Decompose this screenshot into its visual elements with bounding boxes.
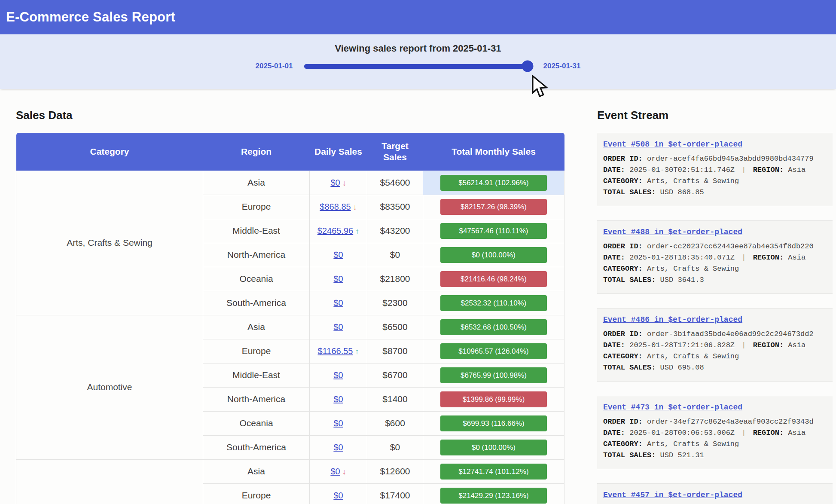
total-monthly-sales-cell: $12741.74 (101.12%) (423, 459, 564, 483)
region-cell: Europe (203, 195, 310, 219)
daily-sales-cell: $0↓ (310, 171, 367, 195)
event-order-id: ORDER ID: order-3b1faad35bde4e06ad99c2c2… (603, 329, 827, 340)
event-stream-section: Event Stream Event #508 in $et-order-pla… (597, 109, 833, 504)
trend-up-icon: ↑ (355, 227, 359, 236)
region-cell: Middle-East (203, 219, 310, 243)
total-monthly-sales-cell: $0 (100.00%) (423, 435, 564, 459)
total-monthly-sales-cell: $82157.26 (98.39%) (423, 195, 564, 219)
target-sales-cell: $6700 (367, 363, 423, 387)
slider-row: 2025-01-01 2025-01-31 (0, 62, 836, 70)
event-title-link[interactable]: Event #486 in $et-order-placed (603, 315, 742, 324)
total-monthly-sales-cell: $21416.46 (98.24%) (423, 267, 564, 291)
total-monthly-sales-cell: $21429.29 (123.16%) (423, 483, 564, 504)
target-sales-cell: $0 (367, 435, 423, 459)
event-title-link[interactable]: Event #508 in $et-order-placed (603, 140, 742, 149)
event-title-link[interactable]: Event #473 in $et-order-placed (603, 403, 742, 412)
target-sales-cell: $0 (367, 243, 423, 267)
daily-sales-link[interactable]: $0 (333, 418, 343, 428)
trend-down-icon: ↓ (342, 179, 346, 188)
slider-handle[interactable] (522, 61, 533, 72)
event-total-sales: TOTAL SALES: USD 868.85 (603, 187, 827, 198)
trend-up-icon: ↑ (355, 347, 359, 356)
region-cell: South-America (203, 435, 310, 459)
region-cell: Oceania (203, 267, 310, 291)
event-order-id: ORDER ID: order-cc20237cc62443ee87ab4e35… (603, 241, 827, 252)
target-sales-cell: $8700 (367, 339, 423, 363)
event-category: CATEGORY: Arts, Crafts & Sewing (603, 351, 827, 362)
sales-data-heading: Sales Data (16, 109, 564, 122)
daily-sales-link[interactable]: $1166.55 (318, 346, 353, 356)
daily-sales-cell: $0 (310, 435, 367, 459)
total-monthly-sales-cell: $2532.32 (110.10%) (423, 291, 564, 315)
main-content: Sales Data CategoryRegionDaily SalesTarg… (0, 89, 836, 504)
total-sales-badge: $699.93 (116.66%) (440, 415, 547, 431)
slider-max-label: 2025-01-31 (543, 62, 581, 70)
sales-data-section: Sales Data CategoryRegionDaily SalesTarg… (16, 109, 564, 504)
total-monthly-sales-cell: $6532.68 (100.50%) (423, 315, 564, 339)
daily-sales-link[interactable]: $0 (333, 370, 343, 380)
total-monthly-sales-cell: $56214.91 (102.96%) (423, 171, 564, 195)
daily-sales-cell: $0 (310, 243, 367, 267)
event-title-link[interactable]: Event #457 in $et-order-placed (603, 491, 742, 499)
total-sales-badge: $47567.46 (110.11%) (440, 223, 547, 239)
event-card: Event #457 in $et-order-placedORDER ID: … (597, 483, 833, 504)
target-sales-cell: $2300 (367, 291, 423, 315)
total-sales-badge: $82157.26 (98.39%) (440, 199, 547, 215)
event-title-link[interactable]: Event #488 in $et-order-placed (603, 228, 742, 236)
category-cell: Arts, Crafts & Sewing (16, 171, 203, 315)
target-sales-cell: $83500 (367, 195, 423, 219)
target-sales-cell: $43200 (367, 219, 423, 243)
date-slider-section: Viewing sales report from 2025-01-31 202… (0, 34, 836, 89)
daily-sales-link[interactable]: $2465.96 (317, 226, 353, 235)
app-window: E-Commerce Sales Report Viewing sales re… (0, 0, 836, 504)
total-sales-badge: $1399.86 (99.99%) (440, 391, 547, 407)
event-date-region: DATE: 2025-01-28T18:35:40.071Z | REGION:… (603, 252, 827, 263)
event-date-region: DATE: 2025-01-28T17:21:06.828Z | REGION:… (603, 340, 827, 351)
daily-sales-link[interactable]: $0 (330, 178, 340, 187)
daily-sales-link[interactable]: $0 (330, 467, 340, 476)
total-monthly-sales-cell: $0 (100.00%) (423, 243, 564, 267)
daily-sales-link[interactable]: $0 (333, 250, 343, 260)
region-cell: North-America (203, 243, 310, 267)
event-card: Event #508 in $et-order-placedORDER ID: … (597, 133, 833, 206)
daily-sales-link[interactable]: $0 (333, 394, 343, 404)
slider-title: Viewing sales report from 2025-01-31 (0, 43, 836, 54)
event-card: Event #473 in $et-order-placedORDER ID: … (597, 396, 833, 469)
target-sales-cell: $600 (367, 411, 423, 435)
total-monthly-sales-cell: $10965.57 (126.04%) (423, 339, 564, 363)
event-card: Event #486 in $et-order-placedORDER ID: … (597, 308, 833, 382)
total-sales-badge: $10965.57 (126.04%) (440, 343, 547, 359)
region-cell: Europe (203, 483, 310, 504)
daily-sales-cell: $0 (310, 411, 367, 435)
daily-sales-link[interactable]: $0 (333, 298, 343, 308)
total-sales-badge: $6532.68 (100.50%) (440, 319, 547, 335)
table-row: Asia$0↓$12600$12741.74 (101.12%) (16, 459, 564, 483)
page-header: E-Commerce Sales Report (0, 0, 836, 34)
sales-table-header: CategoryRegionDaily SalesTarget SalesTot… (16, 133, 564, 171)
event-stream-heading: Event Stream (597, 109, 833, 122)
daily-sales-link[interactable]: $0 (333, 274, 343, 284)
region-cell: North-America (203, 387, 310, 411)
page-title: E-Commerce Sales Report (6, 9, 175, 25)
daily-sales-cell: $0↓ (310, 459, 367, 483)
event-date-region: DATE: 2025-01-30T02:51:11.746Z | REGION:… (603, 165, 827, 176)
target-sales-cell: $17400 (367, 483, 423, 504)
region-cell: South-America (203, 291, 310, 315)
date-range-slider[interactable] (304, 64, 532, 69)
event-total-sales: TOTAL SALES: USD 3641.3 (603, 275, 827, 286)
column-header-region: Region (203, 133, 310, 171)
daily-sales-cell: $0 (310, 291, 367, 315)
daily-sales-link[interactable]: $0 (333, 491, 343, 500)
target-sales-cell: $12600 (367, 459, 423, 483)
event-category: CATEGORY: Arts, Crafts & Sewing (603, 263, 827, 275)
trend-down-icon: ↓ (342, 467, 346, 477)
table-row: Arts, Crafts & SewingAsia$0↓$54600$56214… (16, 171, 564, 195)
daily-sales-link[interactable]: $868.85 (320, 202, 351, 211)
event-total-sales: TOTAL SALES: USD 695.08 (603, 362, 827, 373)
daily-sales-link[interactable]: $0 (333, 322, 343, 332)
region-cell: Oceania (203, 411, 310, 435)
total-sales-badge: $56214.91 (102.96%) (440, 175, 547, 191)
column-header-total-monthly-sales: Total Monthly Sales (423, 133, 564, 171)
region-cell: Asia (203, 315, 310, 339)
daily-sales-link[interactable]: $0 (333, 443, 343, 452)
